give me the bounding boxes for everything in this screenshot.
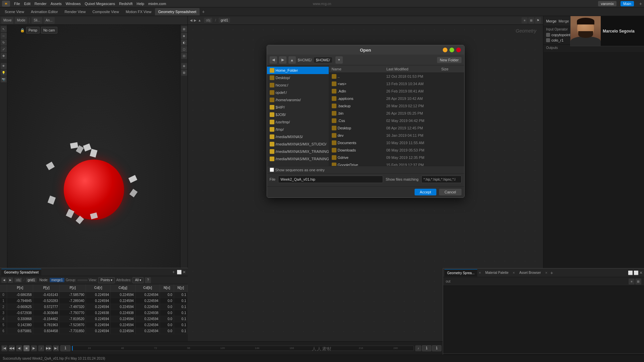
tab-composite-view[interactable]: Composite View: [89, 8, 122, 15]
light-icon[interactable]: 💡: [1, 70, 7, 76]
go-start-btn[interactable]: |◀: [1, 345, 7, 351]
up-btn[interactable]: ▲: [198, 18, 201, 22]
add-workspace-btn[interactable]: +: [639, 1, 642, 6]
tab-render-view[interactable]: Render View: [61, 8, 89, 15]
geo-view-dropdown[interactable]: Points ▾: [98, 277, 115, 283]
channel-shrink-btn[interactable]: ⬜: [628, 270, 633, 275]
table-row[interactable]: 2-0.6606250.572777-7.4973200.2245940.224…: [0, 304, 188, 310]
ghost-icon[interactable]: ◻: [181, 46, 187, 52]
name-column-header[interactable]: Name: [332, 67, 387, 71]
tab-scene-view[interactable]: Scene View: [1, 8, 28, 15]
scale-icon[interactable]: ⤢: [1, 46, 7, 52]
geo-forward-btn[interactable]: ▶: [8, 278, 13, 283]
table-row[interactable]: 40.330868-0.154462-7.8195200.2245940.224…: [0, 316, 188, 322]
channel-tab-asset[interactable]: Asset Browser: [517, 269, 543, 277]
table-row[interactable]: 50.1423800.781963-7.5238700.2245940.2245…: [0, 322, 188, 328]
geo-info-btn[interactable]: ?: [145, 277, 151, 283]
select-btn[interactable]: Sli...: [32, 17, 42, 24]
location-mix-studio[interactable]: /media/MIXNAS/MIX_STUDIO/: [267, 140, 329, 148]
location-opdef[interactable]: opdef:/: [267, 89, 329, 96]
col-py[interactable]: P[y]: [33, 284, 59, 292]
frame-start-input[interactable]: [422, 345, 431, 351]
file-row-googledrive[interactable]: GoogleDrive 15 Feb 2019 12:37 PM: [329, 161, 464, 166]
col-pz[interactable]: P[z]: [59, 284, 86, 292]
file-filter-input[interactable]: [421, 176, 462, 183]
handle-icon[interactable]: ✥: [1, 53, 7, 59]
render-icon[interactable]: ◈: [181, 33, 187, 39]
transform-icon[interactable]: ↔: [1, 33, 7, 39]
back-nav-btn[interactable]: ◀: [270, 56, 277, 64]
location-hip[interactable]: $HIP/: [267, 104, 329, 111]
grid-icon[interactable]: ⊞: [181, 70, 187, 76]
file-row-adln[interactable]: .Adln 26 Feb 2019 08:41 AM: [329, 87, 464, 95]
channel-tab-geo[interactable]: Geometry Sprea...: [444, 269, 477, 277]
mode-btn[interactable]: Mode: [15, 17, 27, 24]
menu-redshift[interactable]: Redshift: [119, 2, 132, 6]
location-mixnas[interactable]: /media/MIXNAS/: [267, 133, 329, 140]
menu-windows[interactable]: Windows: [66, 2, 81, 6]
location-hicons[interactable]: hicons:/: [267, 81, 329, 89]
geo-node-merge1[interactable]: merge1: [50, 278, 64, 282]
perspective-dropdown[interactable]: Persp: [26, 27, 40, 34]
step-back-btn[interactable]: ◀◀: [9, 345, 15, 351]
geo-add-tab-btn[interactable]: +: [171, 270, 176, 275]
back-btn[interactable]: ◀: [190, 18, 193, 22]
file-row-applcons[interactable]: .applcons 28 Apr 2019 10:42 AM: [329, 95, 464, 102]
col-cdg[interactable]: Cd[g]: [111, 284, 136, 292]
dialog-minimize-btn[interactable]: [443, 48, 447, 52]
file-row-backup[interactable]: .backup 28 Mar 2019 02:12 PM: [329, 102, 464, 110]
forward-nav-btn[interactable]: ▶: [279, 56, 286, 64]
geo-grid1-path[interactable]: grid1: [26, 278, 37, 282]
geo-minimize-btn[interactable]: ⬜: [177, 270, 182, 275]
view-icon[interactable]: 👁: [1, 63, 7, 69]
list-view-icon[interactable]: ≡: [522, 17, 528, 23]
file-row-dev[interactable]: dev 16 Jan 2019 04:11 PM: [329, 132, 464, 139]
tab-geometry-spreadsheet[interactable]: Geometry Spreadsheet: [155, 8, 200, 15]
menu-render[interactable]: Render: [35, 2, 47, 6]
forward-btn[interactable]: ▶: [194, 18, 197, 22]
col-cdb[interactable]: Cd[b]: [135, 284, 160, 292]
go-end-btn[interactable]: ▶|: [53, 345, 59, 351]
move-tool-btn[interactable]: Move: [1, 17, 13, 24]
file-name-input[interactable]: [278, 176, 383, 183]
table-row[interactable]: 1-0.794845-0.520283-7.2893400.2245940.22…: [0, 298, 188, 304]
menu-assets[interactable]: Assets: [51, 2, 62, 6]
col-nx[interactable]: N[x]: [160, 284, 174, 292]
channel-close-btn[interactable]: ✕: [639, 270, 643, 275]
flag-view-icon[interactable]: ⚑: [535, 17, 541, 23]
select-icon[interactable]: ↖: [1, 26, 7, 32]
channel-add-tab-btn[interactable]: +: [550, 270, 553, 276]
size-column-header[interactable]: Size: [441, 67, 462, 71]
play-audio-btn[interactable]: ♪: [38, 345, 44, 351]
menu-edit[interactable]: Edit: [24, 2, 31, 6]
location-mix-training2[interactable]: /media/MIXNAS/MIX_TRAINING: [267, 155, 329, 163]
file-row-downloads[interactable]: Downloads 08 May 2019 05:53 PM: [329, 146, 464, 154]
location-mix-training1[interactable]: /media/MIXNAS/MIX_TRAINING: [267, 148, 329, 155]
accept-btn[interactable]: Accept: [415, 189, 437, 195]
col-ny[interactable]: N[y]: [174, 284, 187, 292]
obj-btn[interactable]: obj: [204, 18, 212, 23]
snap-icon[interactable]: ⊕: [181, 63, 187, 69]
file-row-ws[interactable]: <ws> 13 Feb 2019 10:34 AM: [329, 80, 464, 87]
menu-file[interactable]: File: [14, 2, 20, 6]
file-row-documents[interactable]: Documents 10 May 2019 11:55 AM: [329, 139, 464, 146]
geo-spreadsheet-tab[interactable]: Geometry Spreadsheet: [1, 269, 41, 276]
file-row-dotdot[interactable]: .. 12 Oct 2018 01:53 PM: [329, 73, 464, 80]
geo-back-btn[interactable]: ◀: [1, 278, 7, 283]
main-workspace-btn[interactable]: Main: [621, 1, 634, 6]
anim-btn[interactable]: An...: [44, 17, 55, 24]
audio-toggle-btn[interactable]: ♪: [415, 345, 421, 351]
play-btn[interactable]: ▶: [31, 345, 37, 351]
dialog-maximize-btn[interactable]: [449, 48, 454, 52]
geo-close-btn[interactable]: ✕: [182, 270, 186, 275]
workspace-selector[interactable]: varomix: [598, 1, 616, 6]
menu-help[interactable]: Help: [137, 2, 144, 6]
location-tmp[interactable]: /tmp/: [267, 126, 329, 133]
location-job[interactable]: $JOB/: [267, 111, 329, 118]
timeline-scrubber[interactable]: 24 48 72 96 120 144 168 192 216 240: [72, 346, 414, 351]
date-column-header[interactable]: Last Modified: [386, 67, 441, 71]
camera-icon[interactable]: 📷: [1, 76, 7, 82]
file-row-css[interactable]: .Css 02 May 2019 04:42 PM: [329, 117, 464, 124]
file-row-gdrive[interactable]: Gdrive 09 May 2019 12:35 PM: [329, 154, 464, 161]
col-cdr[interactable]: Cd[r]: [86, 284, 111, 292]
